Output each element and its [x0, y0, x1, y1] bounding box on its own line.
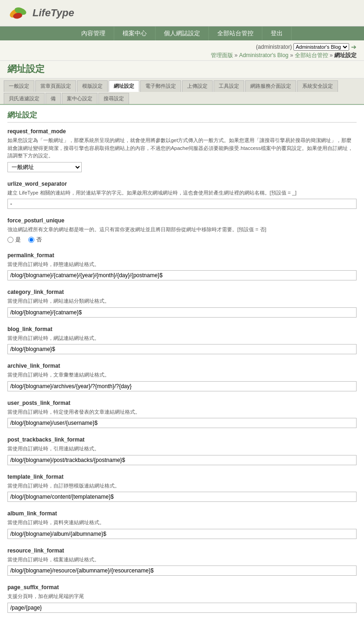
navbar: 內容管理 檔案中心 個人網誌設定 全部站台管控 登出 [0, 26, 364, 40]
field-label-album-link-format: album_link_format [7, 510, 357, 517]
input-permalink-format[interactable] [7, 270, 357, 280]
breadcrumb-sep2: » [290, 52, 295, 58]
input-urlize-word-separator[interactable] [7, 199, 357, 209]
radio-no-label: 否 [28, 236, 42, 244]
field-blog-link-format: blog_link_format 當使用自訂網址時，網誌連結網址格式。 [7, 326, 357, 355]
field-label-page-suffix-format: page_suffix_format [7, 584, 357, 591]
field-desc-post-trackbacks-link-format: 當使用自訂網址時，引用連結網址格式。 [7, 445, 357, 453]
nav-item-logout[interactable]: 登出 [262, 26, 292, 40]
field-resource-link-format: resource_link_format 當使用自訂網址時，檔案連結網址格式。 [7, 547, 357, 576]
tab-security[interactable]: 系統安全設定 [297, 80, 338, 92]
field-template-link-format: template_link_format 當使用自訂網址時，自訂靜態模版連結網址… [7, 474, 357, 502]
tab-upload[interactable]: 上傳設定 [182, 80, 213, 92]
tab-template[interactable]: 模版設定 [77, 80, 108, 92]
admin-user: (administrator) [256, 44, 292, 50]
tab-bar: 一般設定 當章頁面設定 模版設定 網址設定 電子郵件設定 上傳設定 工具設定 網… [0, 78, 364, 105]
field-desc-request-format-mode: 如果您設定為「一般網址」，那麼系統所呈現的網址，就會使用將參數以get方式傳入的… [7, 136, 357, 160]
input-template-link-format[interactable] [7, 492, 357, 502]
breadcrumb-current: 網址設定 [334, 52, 357, 58]
field-force-posturl-unique: force_posturl_unique 強迫網誌裡所有文章的網址都是唯一的。這… [7, 217, 357, 244]
field-category-link-format: category_link_format 當使用自訂網址時，網站連結分類網址格式… [7, 289, 357, 318]
field-label-user-posts-link-format: user_posts_link_format [7, 400, 357, 406]
radio-yes-label: 是 [7, 236, 21, 244]
breadcrumb-admin[interactable]: 全部站台管控 [295, 52, 328, 58]
logo-text: LifeType [32, 7, 74, 19]
header: LifeType [0, 0, 364, 26]
tab-email[interactable]: 電子郵件設定 [140, 80, 181, 92]
field-request-format-mode: request_format_mode 如果您設定為「一般網址」，那麼系統所呈現… [7, 128, 357, 172]
field-label-permalink-format: permalink_format [7, 252, 357, 259]
input-archive-link-format[interactable] [7, 381, 357, 391]
input-resource-link-format[interactable] [7, 566, 357, 576]
nav-item-admin[interactable]: 全部站台管控 [209, 26, 262, 40]
tab-filemanager[interactable]: 案中心設定 [62, 93, 98, 104]
tab-bayes[interactable]: 貝氏過濾設定 [4, 93, 45, 104]
radio-yes[interactable] [7, 237, 13, 243]
section-title: 網址設定 [7, 110, 357, 123]
field-urlize-word-separator: urlize_word_separator 建立 LifeType 相關的連結時… [7, 181, 357, 209]
field-desc-blog-link-format: 當使用自訂網址時，網誌連結網址格式。 [7, 334, 357, 342]
field-desc-archive-link-format: 當使用自訂網址時，文章彙整連結網址格式。 [7, 371, 357, 379]
field-desc-page-suffix-format: 支援分頁時，加在網址尾端的字尾 [7, 592, 357, 600]
field-desc-category-link-format: 當使用自訂網址時，網站連結分類網址格式。 [7, 297, 357, 305]
logo-area: LifeType [7, 4, 74, 22]
radio-group-force-posturl-unique: 是 否 [7, 236, 357, 244]
tab-webservice[interactable]: 網路服務介面設定 [245, 80, 296, 92]
tab-backup[interactable]: 備 [46, 93, 61, 104]
tab-search[interactable]: 搜尋設定 [98, 93, 129, 104]
field-desc-user-posts-link-format: 當使用自訂網址時，特定使用者發表的文章連結網址格式。 [7, 408, 357, 416]
field-label-blog-link-format: blog_link_format [7, 326, 357, 332]
input-post-trackbacks-link-format[interactable] [7, 455, 357, 465]
field-label-category-link-format: category_link_format [7, 289, 357, 295]
field-page-suffix-format: page_suffix_format 支援分頁時，加在網址尾端的字尾 [7, 584, 357, 613]
input-category-link-format[interactable] [7, 307, 357, 318]
field-post-trackbacks-link-format: post_trackbacks_link_format 當使用自訂網址時，引用連… [7, 436, 357, 465]
breadcrumb-area: (administrator) Administrator's Blog ➔ 管… [0, 40, 364, 61]
page-title-row: 網址設定 [0, 61, 364, 78]
tab-general[interactable]: 一般設定 [4, 80, 34, 92]
external-link-icon[interactable]: ➔ [351, 43, 357, 51]
field-label-urlize-word-separator: urlize_word_separator [7, 181, 357, 187]
field-label-template-link-format: template_link_format [7, 474, 357, 480]
blog-select-area: Administrator's Blog ➔ [293, 43, 357, 51]
field-desc-resource-link-format: 當使用自訂網址時，檔案連結網址格式。 [7, 556, 357, 564]
nav-item-content[interactable]: 內容管理 [73, 26, 114, 40]
radio-no[interactable] [28, 237, 34, 243]
field-label-request-format-mode: request_format_mode [7, 128, 357, 135]
field-album-link-format: album_link_format 當使用自訂網址時，資料夾連結網址格式。 [7, 510, 357, 539]
field-desc-template-link-format: 當使用自訂網址時，自訂靜態模版連結網址格式。 [7, 482, 357, 490]
page-title: 網址設定 [7, 63, 45, 75]
field-user-posts-link-format: user_posts_link_format 當使用自訂網址時，特定使用者發表的… [7, 400, 357, 429]
blog-select-dropdown[interactable]: Administrator's Blog [293, 43, 349, 51]
input-album-link-format[interactable] [7, 529, 357, 539]
field-label-post-trackbacks-link-format: post_trackbacks_link_format [7, 436, 357, 443]
tab-url[interactable]: 網址設定 [109, 80, 139, 92]
input-user-posts-link-format[interactable] [7, 418, 357, 428]
input-page-suffix-format[interactable] [7, 603, 357, 613]
nav-item-files[interactable]: 檔案中心 [114, 26, 156, 40]
field-desc-urlize-word-separator: 建立 LifeType 相關的連結時，用於連結單字的字元。如果啟用次網域網址時，… [7, 189, 357, 197]
breadcrumb-sep1: » [234, 52, 239, 58]
field-label-archive-link-format: archive_link_format [7, 363, 357, 369]
breadcrumb-blog[interactable]: Administrator's Blog [239, 52, 288, 58]
breadcrumb-nav: 管理面版 » Administrator's Blog » 全部站台管控 » 網… [7, 52, 357, 59]
breadcrumb-sep3: » [330, 52, 334, 58]
field-desc-album-link-format: 當使用自訂網址時，資料夾連結網址格式。 [7, 519, 357, 526]
input-blog-link-format[interactable] [7, 344, 357, 354]
tab-frontpage[interactable]: 當章頁面設定 [35, 80, 76, 92]
field-desc-force-posturl-unique: 強迫網誌裡所有文章的網址都是唯一的。這只有當你更改網址並且將日期部份從網址中移除… [7, 226, 357, 234]
select-request-format-mode[interactable]: 一般網址 [7, 162, 82, 172]
nav-item-personal[interactable]: 個人網誌設定 [156, 26, 209, 40]
tab-tools[interactable]: 工具設定 [214, 80, 244, 92]
main-content: 網址設定 request_format_mode 如果您設定為「一般網址」，那麼… [0, 105, 364, 624]
field-label-force-posturl-unique: force_posturl_unique [7, 217, 357, 224]
field-archive-link-format: archive_link_format 當使用自訂網址時，文章彙整連結網址格式。 [7, 363, 357, 391]
logo-icon [7, 4, 30, 22]
field-permalink-format: permalink_format 當使用自訂網址時，靜態連結網址格式。 [7, 252, 357, 281]
breadcrumb-home[interactable]: 管理面版 [211, 52, 233, 58]
admin-info: (administrator) Administrator's Blog ➔ [7, 43, 357, 51]
field-desc-permalink-format: 當使用自訂網址時，靜態連結網址格式。 [7, 260, 357, 268]
field-label-resource-link-format: resource_link_format [7, 547, 357, 554]
